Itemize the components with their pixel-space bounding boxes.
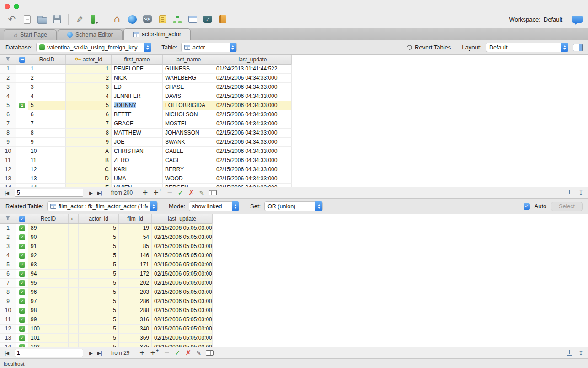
cell-last-update[interactable]: 02/15/2006 05:05:03:000: [152, 334, 213, 343]
cell-actor-id[interactable]: 5: [79, 297, 119, 306]
table-row[interactable]: 9✓97528602/15/2006 05:05:03:000: [0, 297, 212, 306]
load-records-icon[interactable]: ↧: [578, 350, 583, 356]
cell-actor-id[interactable]: 5: [79, 270, 119, 279]
cell-actor-id[interactable]: B: [66, 156, 112, 165]
row-checkbox[interactable]: ✓: [16, 224, 28, 233]
table-row[interactable]: 777GRACEMOSTEL02/15/2006 04:34:33:000: [0, 119, 291, 129]
cell-recid[interactable]: 102: [28, 343, 69, 347]
last-record-button[interactable]: ▶|: [97, 351, 102, 356]
delete-record-button[interactable]: −: [167, 189, 173, 196]
cell-last-update[interactable]: 02/15/2006 04:34:33:000: [214, 174, 292, 184]
auto-checkbox[interactable]: ✓: [524, 203, 530, 210]
open-button[interactable]: [37, 12, 48, 26]
cell-first-name[interactable]: UMA: [112, 174, 163, 184]
undo-icon[interactable]: ↶: [6, 12, 17, 26]
cell-last-update[interactable]: 02/15/2006 05:05:03:000: [152, 233, 213, 242]
table-row[interactable]: 14✓102537502/15/2006 05:05:03:000: [0, 343, 212, 347]
cell-actor-id[interactable]: 5: [79, 260, 119, 270]
tab-schema-editor[interactable]: Schema Editor: [58, 29, 123, 40]
cell-recid[interactable]: 14: [28, 184, 66, 187]
row-checkbox[interactable]: [16, 174, 28, 184]
cell-last-name[interactable]: CAGE: [163, 156, 214, 165]
row-checkbox[interactable]: [16, 119, 28, 129]
cell-film-id[interactable]: 172: [119, 270, 152, 279]
row-checkbox[interactable]: ✓: [16, 260, 28, 270]
cell-film-id[interactable]: 375: [119, 343, 152, 347]
cell-last-name[interactable]: SWANK: [163, 138, 214, 147]
cell-actor-id[interactable]: 5: [79, 306, 119, 315]
select-all-checkbox[interactable]: ✓: [16, 214, 28, 223]
reference-button[interactable]: [217, 12, 228, 26]
cell-actor-id[interactable]: 5: [79, 251, 119, 260]
cell-link-arrow[interactable]: [69, 288, 79, 297]
cell-last-update[interactable]: 02/15/2006 05:05:03:000: [152, 242, 213, 251]
cell-actor-id[interactable]: A: [66, 147, 112, 156]
column-header-actor-id[interactable]: actor_id: [66, 55, 112, 64]
cell-first-name[interactable]: VIVIEN: [112, 184, 163, 187]
cell-actor-id[interactable]: C: [66, 165, 112, 174]
discard-changes-button[interactable]: ✗: [188, 189, 194, 196]
cell-recid[interactable]: 100: [28, 325, 69, 334]
table-row[interactable]: 111PENELOPEGUINESS01/24/2013 01:41:44:52…: [0, 65, 291, 74]
table-row[interactable]: 3✓9158502/15/2006 05:05:03:000: [0, 242, 212, 251]
cell-film-id[interactable]: 288: [119, 306, 152, 315]
cell-recid[interactable]: 90: [28, 233, 69, 242]
duplicate-record-button[interactable]: ++: [150, 350, 159, 357]
first-record-button[interactable]: |◀: [5, 190, 9, 195]
cell-last-update[interactable]: 02/15/2006 05:05:03:000: [152, 325, 213, 334]
cell-first-name[interactable]: JENNIFER: [112, 92, 163, 101]
cell-last-name[interactable]: BERRY: [163, 165, 214, 174]
table-row[interactable]: 666BETTENICHOLSON02/15/2006 04:34:33:000: [0, 110, 291, 119]
cell-recid[interactable]: 97: [28, 297, 69, 306]
edit-pen-icon[interactable]: ✎: [73, 14, 86, 25]
row-checkbox[interactable]: [16, 129, 28, 138]
layout-select[interactable]: Default: [486, 43, 568, 52]
form-view-icon[interactable]: [206, 350, 214, 356]
column-header-last-name[interactable]: last_name: [163, 55, 214, 64]
cell-first-name[interactable]: CHRISTIAN: [112, 147, 163, 156]
cell-link-arrow[interactable]: [69, 343, 79, 347]
cell-recid[interactable]: 9: [28, 138, 66, 147]
cell-actor-id[interactable]: 5: [66, 101, 112, 110]
table-row[interactable]: 5✓93517102/15/2006 05:05:03:000: [0, 260, 212, 270]
save-button[interactable]: [52, 12, 63, 26]
cell-link-arrow[interactable]: [69, 270, 79, 279]
discard-changes-button[interactable]: ✗: [186, 350, 192, 357]
cell-recid[interactable]: 4: [28, 92, 66, 101]
cell-recid[interactable]: 101: [28, 334, 69, 343]
cell-actor-id[interactable]: 5: [79, 233, 119, 242]
cell-first-name[interactable]: PENELOPE: [112, 65, 163, 74]
table-row[interactable]: 1313DUMAWOOD02/15/2006 04:34:33:000: [0, 174, 291, 184]
table-row[interactable]: 444JENNIFERDAVIS02/15/2006 04:34:33:000: [0, 92, 291, 101]
cell-film-id[interactable]: 340: [119, 325, 152, 334]
cell-recid[interactable]: 8: [28, 129, 66, 138]
close-window-button[interactable]: [5, 4, 10, 9]
cell-actor-id[interactable]: 6: [66, 110, 112, 119]
cell-last-update[interactable]: 02/15/2006 04:34:33:000: [214, 101, 292, 110]
cell-film-id[interactable]: 286: [119, 297, 152, 306]
cell-last-update[interactable]: 02/15/2006 04:34:33:000: [214, 74, 292, 83]
cell-link-arrow[interactable]: [69, 315, 79, 325]
table-row[interactable]: 888MATTHEWJOHANSSON02/15/2006 04:34:33:0…: [0, 129, 291, 138]
cell-first-name[interactable]: KARL: [112, 165, 163, 174]
table-row[interactable]: 333EDCHASE02/15/2006 04:34:33:000: [0, 83, 291, 92]
cell-link-arrow[interactable]: [69, 334, 79, 343]
cell-link-arrow[interactable]: [69, 306, 79, 315]
row-checkbox[interactable]: [16, 74, 28, 83]
cell-last-name[interactable]: BERGEN: [163, 184, 214, 187]
cell-link-arrow[interactable]: [69, 251, 79, 260]
cell-film-id[interactable]: 369: [119, 334, 152, 343]
table-row[interactable]: 10✓98528802/15/2006 05:05:03:000: [0, 306, 212, 315]
column-header-last-update[interactable]: last_update: [214, 55, 292, 64]
column-header-recid[interactable]: RecID: [28, 214, 69, 223]
filter-button[interactable]: [0, 214, 16, 223]
cell-last-update[interactable]: 02/15/2006 04:34:33:000: [214, 138, 292, 147]
cell-link-arrow[interactable]: [69, 279, 79, 288]
record-position-input[interactable]: [15, 349, 83, 357]
table-row[interactable]: 1010ACHRISTIANGABLE02/15/2006 04:34:33:0…: [0, 147, 291, 156]
cell-last-update[interactable]: 02/15/2006 05:05:03:000: [152, 251, 213, 260]
start-page-icon[interactable]: ⌂: [112, 12, 123, 26]
cell-actor-id[interactable]: 5: [79, 315, 119, 325]
cell-last-name[interactable]: GABLE: [163, 147, 214, 156]
cell-link-arrow[interactable]: [69, 233, 79, 242]
